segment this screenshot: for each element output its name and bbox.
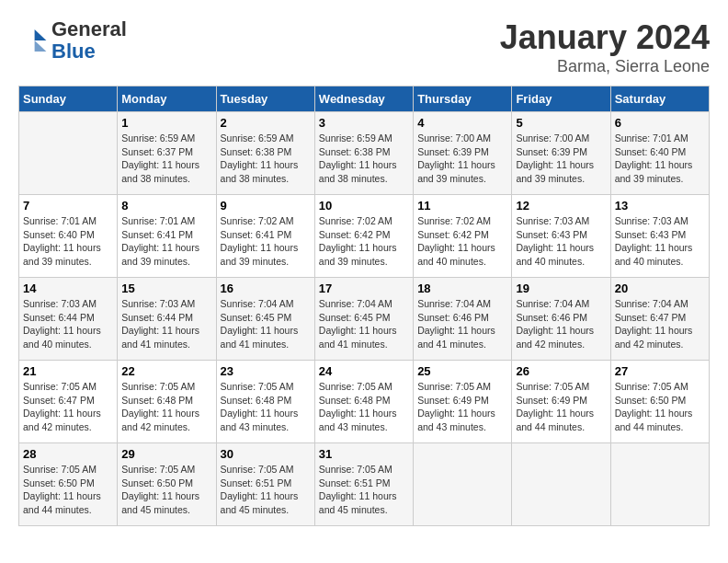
calendar-cell: 31Sunrise: 7:05 AMSunset: 6:51 PMDayligh… [314, 443, 413, 526]
day-info: Sunrise: 7:05 AMSunset: 6:48 PMDaylight:… [221, 380, 311, 434]
calendar-cell: 17Sunrise: 7:04 AMSunset: 6:45 PMDayligh… [314, 278, 413, 361]
header-sunday: Sunday [19, 86, 118, 112]
day-info: Sunrise: 7:03 AMSunset: 6:43 PMDaylight:… [615, 214, 705, 269]
day-info: Sunrise: 7:02 AMSunset: 6:41 PMDaylight:… [221, 214, 311, 269]
day-number: 28 [23, 447, 113, 461]
header-friday: Friday [512, 86, 610, 112]
calendar-cell: 21Sunrise: 7:05 AMSunset: 6:47 PMDayligh… [19, 361, 118, 443]
day-number: 15 [121, 282, 211, 295]
day-number: 5 [516, 116, 606, 130]
day-number: 6 [615, 116, 705, 130]
day-number: 7 [23, 199, 113, 213]
calendar-cell: 26Sunrise: 7:05 AMSunset: 6:49 PMDayligh… [512, 361, 610, 443]
calendar-cell [19, 112, 118, 195]
day-info: Sunrise: 7:05 AMSunset: 6:49 PMDaylight:… [417, 380, 507, 434]
day-number: 3 [319, 116, 409, 130]
logo-icon [18, 26, 48, 55]
day-number: 4 [417, 116, 507, 130]
calendar-cell: 8Sunrise: 7:01 AMSunset: 6:41 PMDaylight… [118, 195, 216, 278]
day-info: Sunrise: 7:02 AMSunset: 6:42 PMDaylight:… [319, 214, 409, 269]
header-thursday: Thursday [414, 86, 512, 112]
calendar-cell: 6Sunrise: 7:01 AMSunset: 6:40 PMDaylight… [610, 112, 709, 195]
calendar-cell: 19Sunrise: 7:04 AMSunset: 6:46 PMDayligh… [512, 278, 610, 361]
header-wednesday: Wednesday [314, 86, 413, 112]
day-number: 29 [121, 447, 211, 461]
day-number: 18 [417, 282, 507, 295]
day-info: Sunrise: 7:05 AMSunset: 6:49 PMDaylight:… [516, 380, 606, 434]
calendar-cell: 29Sunrise: 7:05 AMSunset: 6:50 PMDayligh… [118, 443, 216, 526]
day-info: Sunrise: 7:03 AMSunset: 6:43 PMDaylight:… [516, 214, 606, 269]
calendar-week-row: 28Sunrise: 7:05 AMSunset: 6:50 PMDayligh… [19, 443, 710, 526]
day-info: Sunrise: 7:04 AMSunset: 6:46 PMDaylight:… [516, 297, 606, 351]
day-number: 17 [319, 282, 409, 295]
day-info: Sunrise: 7:05 AMSunset: 6:50 PMDaylight:… [23, 463, 113, 517]
calendar-cell: 22Sunrise: 7:05 AMSunset: 6:48 PMDayligh… [118, 361, 216, 443]
day-number: 20 [615, 282, 705, 295]
day-info: Sunrise: 7:04 AMSunset: 6:45 PMDaylight:… [221, 297, 311, 351]
logo-blue-text: Blue [51, 40, 96, 63]
calendar-cell: 10Sunrise: 7:02 AMSunset: 6:42 PMDayligh… [314, 195, 413, 278]
calendar-cell: 20Sunrise: 7:04 AMSunset: 6:47 PMDayligh… [610, 278, 709, 361]
calendar-cell: 13Sunrise: 7:03 AMSunset: 6:43 PMDayligh… [610, 195, 709, 278]
day-info: Sunrise: 7:04 AMSunset: 6:45 PMDaylight:… [319, 297, 409, 351]
day-info: Sunrise: 7:04 AMSunset: 6:47 PMDaylight:… [615, 297, 705, 351]
calendar-cell: 18Sunrise: 7:04 AMSunset: 6:46 PMDayligh… [414, 278, 512, 361]
calendar-cell [414, 443, 512, 526]
calendar-cell: 16Sunrise: 7:04 AMSunset: 6:45 PMDayligh… [216, 278, 314, 361]
day-number: 31 [319, 447, 409, 461]
day-number: 14 [23, 282, 113, 295]
day-info: Sunrise: 7:05 AMSunset: 6:48 PMDaylight:… [121, 380, 211, 434]
svg-marker-0 [35, 29, 47, 40]
day-number: 25 [417, 364, 507, 378]
day-info: Sunrise: 6:59 AMSunset: 6:38 PMDaylight:… [221, 132, 311, 186]
svg-marker-1 [35, 40, 47, 52]
calendar-cell: 30Sunrise: 7:05 AMSunset: 6:51 PMDayligh… [216, 443, 314, 526]
day-number: 27 [615, 364, 705, 378]
day-info: Sunrise: 7:05 AMSunset: 6:50 PMDaylight:… [121, 463, 211, 517]
day-info: Sunrise: 7:03 AMSunset: 6:44 PMDaylight:… [121, 297, 211, 351]
calendar-week-row: 7Sunrise: 7:01 AMSunset: 6:40 PMDaylight… [19, 195, 710, 278]
day-number: 19 [516, 282, 606, 295]
calendar-cell: 7Sunrise: 7:01 AMSunset: 6:40 PMDaylight… [19, 195, 118, 278]
header-saturday: Saturday [610, 86, 709, 112]
day-info: Sunrise: 7:05 AMSunset: 6:48 PMDaylight:… [319, 380, 409, 434]
day-info: Sunrise: 7:02 AMSunset: 6:42 PMDaylight:… [417, 214, 507, 269]
calendar-cell: 2Sunrise: 6:59 AMSunset: 6:38 PMDaylight… [216, 112, 314, 195]
calendar-cell [610, 443, 709, 526]
day-info: Sunrise: 7:05 AMSunset: 6:51 PMDaylight:… [221, 463, 311, 517]
day-info: Sunrise: 7:00 AMSunset: 6:39 PMDaylight:… [417, 132, 507, 186]
header-tuesday: Tuesday [216, 86, 314, 112]
day-number: 22 [121, 364, 211, 378]
day-info: Sunrise: 7:00 AMSunset: 6:39 PMDaylight:… [516, 132, 606, 186]
day-number: 2 [221, 116, 311, 130]
day-number: 24 [319, 364, 409, 378]
day-number: 10 [319, 199, 409, 213]
calendar-table: SundayMondayTuesdayWednesdayThursdayFrid… [18, 86, 710, 526]
calendar-cell: 23Sunrise: 7:05 AMSunset: 6:48 PMDayligh… [216, 361, 314, 443]
day-info: Sunrise: 6:59 AMSunset: 6:38 PMDaylight:… [319, 132, 409, 186]
day-info: Sunrise: 7:03 AMSunset: 6:44 PMDaylight:… [23, 297, 113, 351]
day-info: Sunrise: 7:05 AMSunset: 6:50 PMDaylight:… [615, 380, 705, 434]
day-number: 23 [221, 364, 311, 378]
calendar-cell: 14Sunrise: 7:03 AMSunset: 6:44 PMDayligh… [19, 278, 118, 361]
day-number: 1 [121, 116, 211, 130]
calendar-week-row: 21Sunrise: 7:05 AMSunset: 6:47 PMDayligh… [19, 361, 710, 443]
day-info: Sunrise: 7:01 AMSunset: 6:41 PMDaylight:… [121, 214, 211, 269]
day-info: Sunrise: 7:01 AMSunset: 6:40 PMDaylight:… [615, 132, 705, 186]
calendar-location: Barma, Sierra Leone [500, 57, 710, 76]
day-number: 8 [121, 199, 211, 213]
calendar-week-row: 1Sunrise: 6:59 AMSunset: 6:37 PMDaylight… [19, 112, 710, 195]
calendar-header-row: SundayMondayTuesdayWednesdayThursdayFrid… [19, 86, 710, 112]
logo: General Blue [18, 18, 127, 63]
calendar-cell: 27Sunrise: 7:05 AMSunset: 6:50 PMDayligh… [610, 361, 709, 443]
logo-general-text: General [51, 17, 127, 40]
page-header: General Blue January 2024 Barma, Sierra … [18, 18, 710, 76]
day-number: 11 [417, 199, 507, 213]
calendar-title: January 2024 [500, 18, 710, 57]
calendar-cell: 3Sunrise: 6:59 AMSunset: 6:38 PMDaylight… [314, 112, 413, 195]
calendar-cell: 11Sunrise: 7:02 AMSunset: 6:42 PMDayligh… [414, 195, 512, 278]
day-info: Sunrise: 7:04 AMSunset: 6:46 PMDaylight:… [417, 297, 507, 351]
calendar-cell: 4Sunrise: 7:00 AMSunset: 6:39 PMDaylight… [414, 112, 512, 195]
calendar-week-row: 14Sunrise: 7:03 AMSunset: 6:44 PMDayligh… [19, 278, 710, 361]
calendar-cell: 12Sunrise: 7:03 AMSunset: 6:43 PMDayligh… [512, 195, 610, 278]
